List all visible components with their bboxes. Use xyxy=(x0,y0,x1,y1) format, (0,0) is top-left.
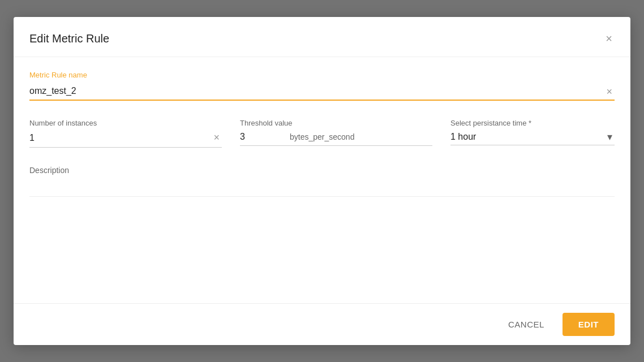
instances-input[interactable] xyxy=(29,133,211,143)
instances-field: Number of instances × xyxy=(29,119,222,148)
modal-footer: CANCEL EDIT xyxy=(14,303,630,345)
description-section: Description xyxy=(29,166,615,197)
modal-header: Edit Metric Rule × xyxy=(14,17,630,57)
threshold-unit: bytes_per_second xyxy=(290,132,354,141)
instances-input-wrapper: × xyxy=(29,132,222,148)
close-button[interactable]: × xyxy=(603,31,615,46)
persistence-select[interactable]: 1 hour 2 hours 6 hours 12 hours 24 hours xyxy=(450,132,615,141)
threshold-field: Threshold value bytes_per_second xyxy=(240,119,432,146)
metric-rule-name-label: Metric Rule name xyxy=(29,71,615,79)
edit-button[interactable]: EDIT xyxy=(563,313,615,336)
threshold-input[interactable] xyxy=(240,132,285,142)
modal-overlay: Edit Metric Rule × Metric Rule name × Nu… xyxy=(0,0,644,362)
metric-rule-name-clear-button[interactable]: × xyxy=(604,86,615,98)
persistence-field: Select persistance time * 1 hour 2 hours… xyxy=(450,119,615,145)
persistence-select-wrapper: 1 hour 2 hours 6 hours 12 hours 24 hours… xyxy=(450,132,615,145)
cancel-button[interactable]: CANCEL xyxy=(497,313,556,336)
description-input[interactable] xyxy=(29,178,615,197)
metric-rule-name-field: Metric Rule name × xyxy=(29,71,615,101)
fields-row: Number of instances × Threshold value by… xyxy=(29,119,615,148)
metric-rule-name-input-wrapper: × xyxy=(29,83,615,101)
threshold-label: Threshold value xyxy=(240,119,432,127)
instances-label: Number of instances xyxy=(29,119,222,127)
edit-metric-rule-modal: Edit Metric Rule × Metric Rule name × Nu… xyxy=(14,17,630,345)
description-label: Description xyxy=(29,166,615,175)
threshold-input-wrapper: bytes_per_second xyxy=(240,132,432,146)
modal-title: Edit Metric Rule xyxy=(29,32,109,45)
instances-clear-button[interactable]: × xyxy=(211,132,222,144)
modal-body: Metric Rule name × Number of instances × xyxy=(14,57,630,303)
persistence-label: Select persistance time * xyxy=(450,119,615,127)
metric-rule-name-input[interactable] xyxy=(29,83,615,101)
